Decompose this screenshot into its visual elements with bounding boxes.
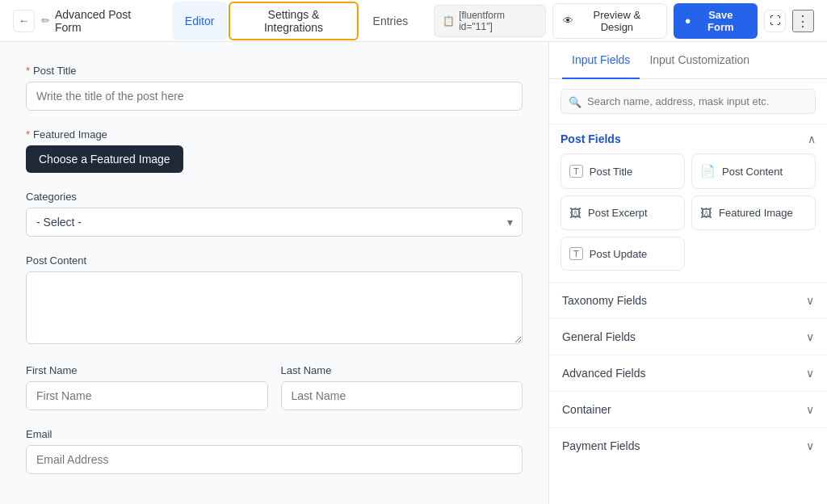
- back-button[interactable]: ←: [13, 10, 35, 32]
- field-card-featured-image[interactable]: 🖼 Featured Image: [691, 195, 816, 230]
- first-name-label: First Name: [26, 364, 268, 376]
- last-name-label: Last Name: [281, 364, 523, 376]
- edit-icon: ✏: [41, 15, 50, 27]
- field-card-post-title[interactable]: T Post Title: [560, 153, 685, 189]
- general-fields-header[interactable]: General Fields ∨: [549, 319, 827, 355]
- categories-label: Categories: [26, 191, 523, 203]
- name-fields-row: First Name Last Name: [26, 364, 523, 410]
- search-icon: 🔍: [569, 95, 581, 107]
- search-wrapper: 🔍: [560, 89, 816, 114]
- taxonomy-fields-title: Taxonomy Fields: [562, 294, 647, 307]
- save-label: Save Form: [695, 9, 746, 33]
- field-card-post-excerpt[interactable]: 🖼 Post Excerpt: [560, 195, 685, 230]
- email-label: Email: [26, 428, 523, 440]
- shortcode-text: [fluentform id="11"]: [459, 10, 537, 32]
- featured-image-card-icon: 🖼: [700, 206, 712, 220]
- post-excerpt-card-label: Post Excerpt: [588, 207, 648, 219]
- sidebar-tabs: Input Fields Input Customization: [549, 42, 827, 79]
- email-input[interactable]: [26, 445, 523, 474]
- field-card-post-content[interactable]: 📄 Post Content: [691, 153, 816, 189]
- required-marker: *: [26, 65, 30, 77]
- tab-settings[interactable]: Settings & Integrations: [229, 2, 358, 40]
- preview-label: Preview & Design: [577, 9, 657, 33]
- post-fields-chevron: ∧: [808, 132, 816, 145]
- editor-area: * Post Title * Featured Image Choose a F…: [0, 42, 548, 504]
- general-fields-section: General Fields ∨: [549, 318, 827, 355]
- expand-icon: ⛶: [770, 15, 780, 27]
- save-form-button[interactable]: ● Save Form: [674, 3, 758, 39]
- choose-featured-image-button[interactable]: Choose a Featured Image: [26, 145, 183, 173]
- featured-image-card-label: Featured Image: [719, 207, 793, 219]
- container-header[interactable]: Container ∨: [549, 392, 827, 427]
- advanced-fields-section: Advanced Fields ∨: [549, 355, 827, 391]
- taxonomy-fields-section: Taxonomy Fields ∨: [549, 282, 827, 318]
- categories-select-wrapper: - Select - ▾: [26, 208, 523, 237]
- payment-fields-chevron: ∨: [806, 439, 814, 452]
- form-title-label: Advanced Post Form: [55, 8, 156, 34]
- general-fields-chevron: ∨: [806, 330, 814, 343]
- categories-field: Categories - Select - ▾: [26, 191, 523, 237]
- field-card-post-update[interactable]: T Post Update: [560, 237, 685, 271]
- main-layout: * Post Title * Featured Image Choose a F…: [0, 42, 827, 504]
- taxonomy-fields-header[interactable]: Taxonomy Fields ∨: [549, 283, 827, 318]
- tab-input-fields[interactable]: Input Fields: [562, 42, 640, 79]
- first-name-field: First Name: [26, 364, 268, 410]
- post-content-field: Post Content: [26, 254, 523, 346]
- featured-image-field: * Featured Image Choose a Featured Image: [26, 128, 523, 173]
- post-title-label: * Post Title: [26, 65, 523, 77]
- search-box: 🔍: [549, 79, 827, 124]
- post-title-card-label: Post Title: [590, 166, 632, 178]
- first-name-input[interactable]: [26, 381, 268, 410]
- post-content-card-label: Post Content: [722, 166, 783, 178]
- advanced-fields-header[interactable]: Advanced Fields ∨: [549, 355, 827, 391]
- preview-icon: 👁: [563, 15, 573, 27]
- last-name-input[interactable]: [281, 381, 523, 410]
- featured-image-label: * Featured Image: [26, 128, 523, 141]
- post-update-card-icon: T: [569, 247, 583, 260]
- dots-icon: ⋮: [796, 12, 810, 30]
- more-options-button[interactable]: ⋮: [792, 10, 814, 32]
- container-chevron: ∨: [806, 403, 814, 416]
- post-title-input[interactable]: [26, 82, 523, 111]
- required-marker-2: *: [26, 128, 30, 141]
- post-content-textarea[interactable]: [26, 271, 523, 344]
- tab-entries[interactable]: Entries: [360, 2, 422, 40]
- categories-select[interactable]: - Select -: [26, 208, 523, 237]
- payment-fields-title: Payment Fields: [562, 439, 640, 452]
- taxonomy-fields-chevron: ∨: [806, 294, 814, 307]
- post-excerpt-card-icon: 🖼: [569, 206, 581, 220]
- post-fields-title: Post Fields: [560, 132, 621, 145]
- post-content-card-icon: 📄: [700, 164, 716, 178]
- post-update-card-label: Post Update: [590, 248, 648, 260]
- payment-fields-section: Payment Fields ∨: [549, 427, 827, 464]
- tab-input-customization[interactable]: Input Customization: [640, 42, 759, 79]
- payment-fields-header[interactable]: Payment Fields ∨: [549, 428, 827, 464]
- nav-tabs: Editor Settings & Integrations Entries: [172, 2, 421, 40]
- advanced-fields-title: Advanced Fields: [562, 367, 646, 380]
- shortcode-icon: 📋: [443, 15, 455, 27]
- general-fields-title: General Fields: [562, 330, 636, 343]
- post-title-card-icon: T: [569, 165, 583, 178]
- last-name-field: Last Name: [281, 364, 523, 410]
- search-input[interactable]: [560, 89, 816, 114]
- top-navigation: ← ✏ Advanced Post Form Editor Settings &…: [0, 0, 827, 42]
- tab-editor[interactable]: Editor: [172, 2, 228, 40]
- email-field: Email: [26, 428, 523, 474]
- sidebar: Input Fields Input Customization 🔍 Post …: [548, 42, 827, 504]
- sidebar-content: 🔍 Post Fields ∧ T Post Title 📄 Post Cont…: [549, 79, 827, 504]
- post-fields-grid: T Post Title 📄 Post Content 🖼 Post Excer…: [549, 153, 827, 282]
- back-icon: ←: [19, 15, 29, 27]
- expand-button[interactable]: ⛶: [764, 10, 786, 32]
- container-section: Container ∨: [549, 391, 827, 427]
- post-title-field: * Post Title: [26, 65, 523, 111]
- advanced-fields-chevron: ∨: [806, 367, 814, 380]
- shortcode-badge[interactable]: 📋 [fluentform id="11"]: [434, 5, 546, 37]
- preview-button[interactable]: 👁 Preview & Design: [552, 3, 667, 39]
- container-title: Container: [562, 403, 611, 416]
- form-title-area: ✏ Advanced Post Form: [41, 8, 156, 34]
- post-content-label: Post Content: [26, 254, 523, 267]
- save-icon: ●: [685, 15, 691, 27]
- post-fields-header[interactable]: Post Fields ∧: [549, 124, 827, 153]
